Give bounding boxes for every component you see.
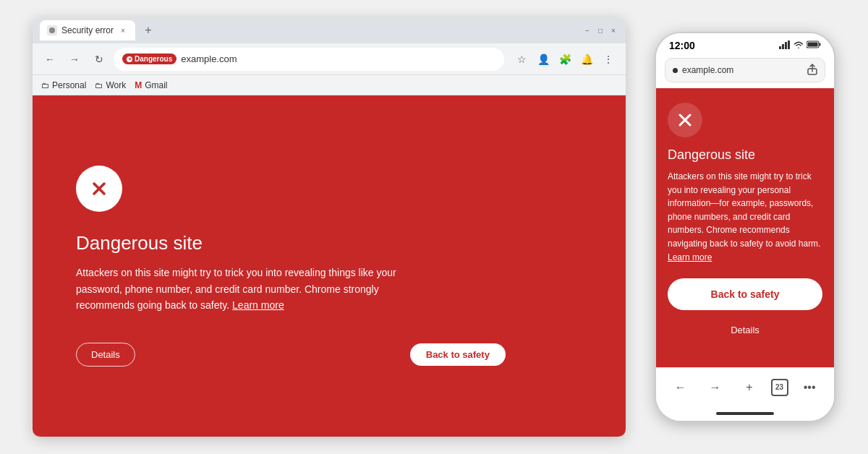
browser-tab[interactable]: Security error × [40, 20, 135, 40]
phone-url-text: example.com [682, 65, 733, 75]
mobile-details-button[interactable]: Details [668, 320, 822, 340]
bookmark-work[interactable]: 🗀 Work [95, 80, 126, 90]
bookmark-personal[interactable]: 🗀 Personal [41, 80, 86, 90]
browser-content-area: Dangerous site Attackers on this site mi… [33, 95, 626, 437]
bookmark-gmail[interactable]: M Gmail [135, 80, 167, 90]
svg-rect-9 [788, 40, 790, 49]
bookmark-icon[interactable]: ☆ [511, 49, 532, 69]
extensions-icon[interactable]: 🧩 [555, 49, 575, 69]
tab-favicon [47, 25, 57, 35]
wifi-icon [793, 40, 804, 51]
mobile-back-button[interactable]: ← [668, 374, 694, 401]
svg-point-0 [49, 27, 55, 33]
mobile-menu-button[interactable]: ••• [796, 374, 822, 401]
mobile-learn-more-link[interactable]: Learn more [668, 252, 712, 262]
signal-icon [779, 40, 791, 51]
learn-more-link[interactable]: Learn more [232, 299, 284, 311]
mobile-new-tab-button[interactable]: + [736, 374, 762, 401]
profile-icon[interactable]: 👤 [533, 49, 553, 69]
dangerous-badge: ✕ Dangerous [122, 53, 176, 64]
desktop-action-buttons: Details Back to safety [76, 343, 506, 367]
bookmark-gmail-label: Gmail [145, 80, 167, 90]
back-button[interactable]: ← [40, 49, 60, 69]
phone-nav-bar: ← → + 23 ••• [656, 367, 834, 406]
bookmark-folder-icon: 🗀 [95, 81, 103, 90]
svg-text:✕: ✕ [128, 57, 132, 61]
toolbar-actions: ☆ 👤 🧩 🔔 ⋮ [511, 49, 618, 69]
back-to-safety-button[interactable]: Back to safety [410, 343, 506, 366]
battery-icon [807, 40, 821, 51]
address-text: example.com [181, 53, 237, 64]
browser-toolbar: ← → ↻ ✕ Dangerous example.com ☆ 👤 🧩 🔔 ⋮ [33, 43, 626, 75]
phone-address-bar[interactable]: example.com [665, 58, 825, 82]
mobile-phone-mockup: 12:00 [655, 32, 835, 422]
browser-titlebar: Security error × + − □ × [33, 17, 626, 43]
svg-rect-6 [779, 46, 781, 49]
notifications-icon[interactable]: 🔔 [576, 49, 597, 69]
menu-icon[interactable]: ⋮ [598, 49, 618, 69]
address-bar[interactable]: ✕ Dangerous example.com [114, 48, 504, 71]
tab-title: Security error [61, 25, 114, 35]
phone-status-bar: 12:00 [656, 33, 834, 58]
bookmark-work-label: Work [106, 80, 126, 90]
bookmarks-bar: 🗀 Personal 🗀 Work M Gmail [33, 75, 626, 95]
svg-rect-12 [808, 43, 818, 47]
close-button[interactable]: × [608, 25, 618, 35]
minimize-button[interactable]: − [582, 25, 592, 35]
svg-rect-7 [782, 44, 784, 49]
mobile-warning-description: Attackers on this site might try to tric… [668, 170, 822, 264]
mobile-back-to-safety-button[interactable]: Back to safety [668, 278, 822, 310]
phone-time: 12:00 [669, 40, 695, 51]
danger-icon-mobile [668, 103, 702, 137]
phone-status-icons [779, 40, 821, 51]
desktop-warning-description: Attackers on this site might try to tric… [76, 265, 423, 313]
phone-home-indicator [656, 406, 834, 421]
share-button[interactable] [807, 64, 817, 77]
forward-button[interactable]: → [64, 49, 85, 69]
danger-icon-desktop [76, 166, 122, 212]
bookmark-personal-label: Personal [52, 80, 86, 90]
home-bar [716, 412, 774, 415]
url-dot-icon [673, 68, 678, 73]
phone-content-area: Dangerous site Attackers on this site mi… [656, 88, 834, 367]
desktop-browser-mockup: Security error × + − □ × ← → ↻ ✕ Dangero… [33, 17, 626, 437]
window-controls: − □ × [582, 25, 618, 35]
desktop-warning-title: Dangerous site [76, 232, 203, 254]
svg-rect-11 [820, 43, 821, 46]
svg-rect-8 [785, 42, 787, 49]
tab-close-icon[interactable]: × [118, 25, 128, 35]
gmail-icon: M [135, 80, 142, 90]
new-tab-button[interactable]: + [140, 22, 157, 39]
details-button[interactable]: Details [76, 343, 135, 367]
mobile-warning-title: Dangerous site [668, 147, 822, 163]
reload-button[interactable]: ↻ [89, 49, 109, 69]
bookmark-folder-icon: 🗀 [41, 81, 49, 90]
maximize-button[interactable]: □ [595, 25, 605, 35]
mobile-forward-button[interactable]: → [702, 374, 728, 401]
mobile-tab-count[interactable]: 23 [771, 379, 788, 396]
